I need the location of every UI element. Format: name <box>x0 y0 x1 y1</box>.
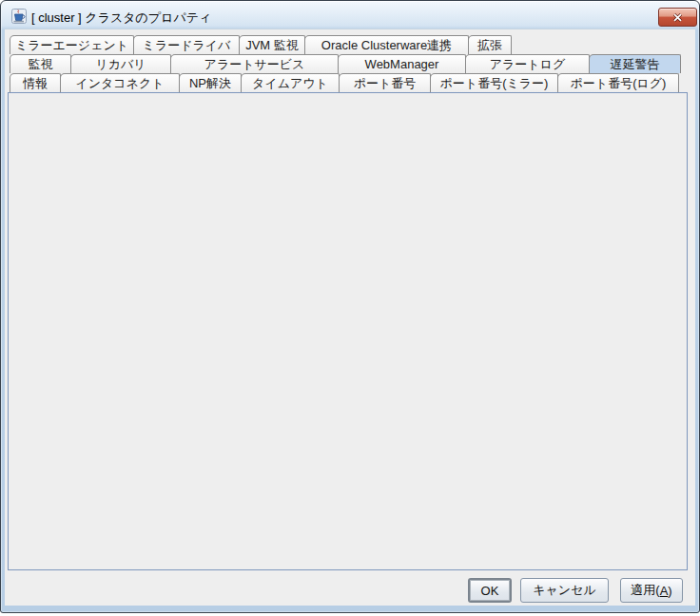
tab-np-resolution[interactable]: NP解決 <box>179 73 242 92</box>
tab-oracle-clusterware[interactable]: Oracle Clusterware連携 <box>304 35 469 54</box>
tab-monitor[interactable]: 監視 <box>10 54 71 73</box>
java-icon <box>11 9 27 24</box>
tab-alert-service[interactable]: アラートサービス <box>170 54 339 73</box>
tab-jvm-monitor[interactable]: JVM 監視 <box>239 35 305 54</box>
tab-mirror-driver[interactable]: ミラードライバ <box>133 35 240 54</box>
tab-timeout[interactable]: タイムアウト <box>241 73 340 92</box>
tab-port-number-mirror[interactable]: ポート番号(ミラー) <box>430 73 558 92</box>
cluster-properties-dialog: [ cluster ] クラスタのプロパティ ミラーエージェント ミラードライバ… <box>0 0 700 616</box>
tab-port-number[interactable]: ポート番号 <box>339 73 431 92</box>
tab-delay-warning[interactable]: 遅延警告 <box>589 54 681 73</box>
close-button[interactable] <box>658 8 697 27</box>
tab-port-number-log[interactable]: ポート番号(ログ) <box>557 73 679 92</box>
titlebar[interactable]: [ cluster ] クラスタのプロパティ <box>2 2 696 29</box>
tab-recovery[interactable]: リカバリ <box>70 54 171 73</box>
cancel-button[interactable]: キャンセル <box>520 578 609 603</box>
apply-button[interactable]: 適用(A) <box>620 578 683 603</box>
ok-button[interactable]: OK <box>468 578 512 603</box>
tab-row-2: 監視 リカバリ アラートサービス WebManager アラートログ 遅延警告 <box>10 54 681 73</box>
window-title: [ cluster ] クラスタのプロパティ <box>31 10 211 27</box>
tab-alert-log[interactable]: アラートログ <box>465 54 590 73</box>
tab-extension[interactable]: 拡張 <box>468 35 512 54</box>
tab-row-3: 情報 インタコネクト NP解決 タイムアウト ポート番号 ポート番号(ミラー) … <box>10 73 679 92</box>
mnemonic-letter: A <box>660 584 669 598</box>
tab-info[interactable]: 情報 <box>10 73 61 92</box>
tab-mirror-agent[interactable]: ミラーエージェント <box>10 35 134 54</box>
tab-row-1: ミラーエージェント ミラードライバ JVM 監視 Oracle Clusterw… <box>10 35 512 54</box>
button-text: 適用( <box>631 582 659 599</box>
close-icon <box>672 13 683 22</box>
delay-warning-panel <box>8 92 688 570</box>
button-text: ) <box>668 584 671 598</box>
tab-interconnect[interactable]: インタコネクト <box>60 73 180 92</box>
tab-webmanager[interactable]: WebManager <box>338 54 466 73</box>
